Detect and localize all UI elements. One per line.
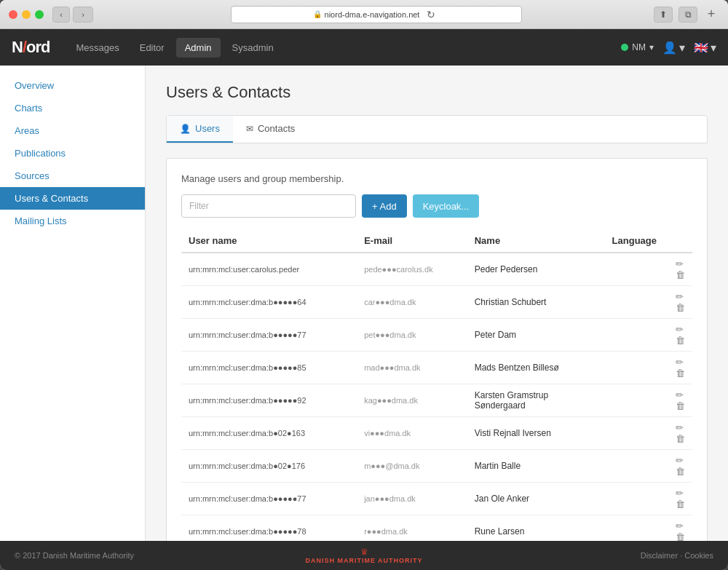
delete-icon[interactable]: 🗑 — [676, 368, 685, 379]
edit-icon[interactable]: ✏ — [676, 357, 684, 368]
cell-language — [605, 384, 664, 417]
disclaimer-link[interactable]: Disclaimer — [641, 551, 678, 560]
delete-icon[interactable]: 🗑 — [676, 433, 685, 444]
footer-crown-icon: ♛ — [360, 547, 368, 557]
delete-icon[interactable]: 🗑 — [676, 400, 685, 411]
cell-name: Christian Schubert — [467, 286, 605, 319]
forward-button[interactable]: › — [73, 7, 93, 23]
edit-icon[interactable]: ✏ — [676, 389, 684, 400]
sidebar-item-overview[interactable]: Overview — [0, 74, 145, 97]
minimize-button[interactable] — [22, 10, 31, 19]
contacts-tab-icon: ✉ — [246, 124, 253, 134]
cell-username: urn:mrn:mcl:user:carolus.peder — [181, 253, 357, 286]
delete-icon[interactable]: 🗑 — [676, 302, 685, 313]
cell-actions: ✏ 🗑 — [664, 319, 692, 352]
cell-language — [605, 483, 664, 515]
table-row: urn:mrn:mcl:user:dma:b●●●●●64 car●●●dma.… — [181, 286, 692, 319]
close-button[interactable] — [9, 10, 17, 19]
col-header-actions — [664, 229, 692, 253]
cell-actions: ✏ 🗑 — [664, 515, 692, 542]
cell-actions: ✏ 🗑 — [664, 253, 692, 286]
status-indicator[interactable]: NM ▾ — [621, 42, 654, 52]
user-menu[interactable]: 👤 ▾ — [662, 41, 685, 55]
footer-separator: · — [680, 551, 682, 560]
toolbar: + Add Keycloak... — [181, 194, 692, 218]
topnav-right: NM ▾ 👤 ▾ 🇬🇧 ▾ — [621, 41, 716, 55]
tab-users[interactable]: 👤 Users — [167, 116, 233, 143]
delete-icon[interactable]: 🗑 — [676, 269, 685, 280]
keycloak-button[interactable]: Keycloak... — [413, 194, 480, 218]
cell-username: urn:mrn:mcl:user:dma:b●02●176 — [181, 450, 357, 483]
titlebar-actions: ⬆ ⧉ + — [654, 7, 719, 23]
table-body: urn:mrn:mcl:user:carolus.peder pede●●●ca… — [181, 253, 692, 541]
tab-contacts[interactable]: ✉ Contacts — [233, 116, 308, 143]
cookies-link[interactable]: Cookies — [684, 551, 713, 560]
delete-icon[interactable]: 🗑 — [676, 531, 685, 541]
sidebar-item-users-contacts[interactable]: Users & Contacts — [0, 187, 145, 210]
user-icon: 👤 — [662, 41, 677, 55]
reload-button[interactable]: ↻ — [422, 7, 440, 23]
cell-email: r●●●dma.dk — [357, 515, 467, 542]
cell-username: urn:mrn:mcl:user:dma:b●●●●●64 — [181, 286, 357, 319]
logo: N/ord — [12, 38, 50, 57]
edit-icon[interactable]: ✏ — [676, 520, 684, 531]
filter-input[interactable] — [181, 194, 356, 218]
topnav-links: Messages Editor Admin Sysadmin — [67, 38, 621, 58]
address-bar[interactable]: 🔒 niord-dma.e-navigation.net ↻ — [231, 6, 522, 23]
new-tab-button[interactable]: + — [703, 7, 719, 23]
sidebar-item-charts[interactable]: Charts — [0, 97, 145, 119]
cell-username: urn:mrn:mcl:user:dma:b●●●●●92 — [181, 384, 357, 417]
add-button[interactable]: + Add — [362, 194, 407, 218]
table-row: urn:mrn:mcl:user:dma:b●02●176 m●●●@dma.d… — [181, 450, 692, 483]
delete-icon[interactable]: 🗑 — [676, 499, 685, 510]
edit-icon[interactable]: ✏ — [676, 291, 684, 302]
footer-logo-text: Danish Maritime Authority — [305, 557, 422, 564]
sidebar-item-sources[interactable]: Sources — [0, 165, 145, 187]
sidebar-item-mailing-lists[interactable]: Mailing Lists — [0, 210, 145, 232]
cell-language — [605, 515, 664, 542]
delete-icon[interactable]: 🗑 — [676, 466, 685, 477]
back-button[interactable]: ‹ — [52, 7, 70, 23]
table-row: urn:mrn:mcl:user:dma:b●●●●●78 r●●●dma.dk… — [181, 515, 692, 542]
page-title: Users & Contacts — [166, 83, 708, 102]
cell-email: m●●●@dma.dk — [357, 450, 467, 483]
cell-email: kag●●●dma.dk — [357, 384, 467, 417]
edit-icon[interactable]: ✏ — [676, 258, 684, 269]
status-chevron: ▾ — [649, 42, 654, 52]
cell-actions: ✏ 🗑 — [664, 417, 692, 450]
edit-icon[interactable]: ✏ — [676, 422, 684, 433]
table-row: urn:mrn:mcl:user:dma:b●●●●●77 jan●●●dma.… — [181, 483, 692, 515]
nav-admin[interactable]: Admin — [176, 38, 221, 58]
col-header-name: Name — [467, 229, 605, 253]
table-header: User name E-mail Name Language — [181, 229, 692, 253]
cell-language — [605, 417, 664, 450]
nav-messages[interactable]: Messages — [67, 38, 127, 58]
flag-icon: 🇬🇧 — [694, 41, 708, 55]
cell-name: Martin Balle — [467, 450, 605, 483]
sidebar-item-areas[interactable]: Areas — [0, 119, 145, 142]
maximize-button[interactable] — [35, 10, 44, 19]
cell-name: Mads Bentzen Billesø — [467, 352, 605, 384]
duplicate-button[interactable]: ⧉ — [678, 7, 697, 23]
table-row: urn:mrn:mcl:user:dma:b●●●●●85 mad●●●dma.… — [181, 352, 692, 384]
tabs: 👤 Users ✉ Contacts — [166, 115, 708, 143]
language-menu[interactable]: 🇬🇧 ▾ — [694, 41, 716, 55]
titlebar: ‹ › 🔒 niord-dma.e-navigation.net ↻ ⬆ ⧉ + — [0, 0, 728, 29]
user-chevron: ▾ — [679, 41, 685, 55]
users-table: User name E-mail Name Language urn:mrn:m… — [181, 229, 692, 541]
sidebar-item-publications[interactable]: Publications — [0, 142, 145, 165]
nav-editor[interactable]: Editor — [131, 38, 173, 58]
footer-links: Disclaimer · Cookies — [480, 551, 713, 560]
nav-sysadmin[interactable]: Sysadmin — [223, 38, 282, 58]
footer: © 2017 Danish Maritime Authority ♛ Danis… — [0, 541, 728, 570]
cell-language — [605, 450, 664, 483]
delete-icon[interactable]: 🗑 — [676, 335, 685, 346]
cell-email: vi●●●dma.dk — [357, 417, 467, 450]
cell-username: urn:mrn:mcl:user:dma:b●●●●●85 — [181, 352, 357, 384]
lock-icon: 🔒 — [313, 10, 322, 18]
edit-icon[interactable]: ✏ — [676, 455, 684, 466]
edit-icon[interactable]: ✏ — [676, 324, 684, 335]
edit-icon[interactable]: ✏ — [676, 488, 684, 499]
share-button[interactable]: ⬆ — [654, 7, 673, 23]
footer-logo: ♛ Danish Maritime Authority — [248, 547, 480, 564]
